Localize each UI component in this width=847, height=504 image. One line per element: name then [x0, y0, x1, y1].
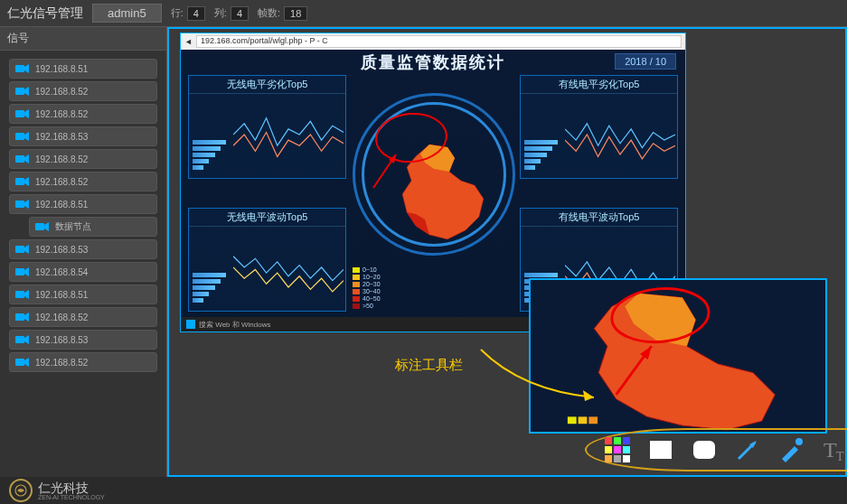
signal-ip: 192.168.8.51	[35, 290, 88, 300]
svg-marker-17	[24, 245, 29, 254]
svg-rect-34	[579, 416, 588, 424]
signal-ip: 192.168.8.51	[35, 64, 88, 74]
panel-bottom-left: 无线电平波动Top5	[188, 208, 346, 312]
rows-control[interactable]: 行: 4	[171, 6, 205, 21]
rectangle-tool-button[interactable]	[643, 434, 679, 466]
svg-rect-10	[15, 178, 24, 185]
camera-icon	[15, 108, 30, 119]
svg-marker-11	[24, 177, 29, 186]
signal-item[interactable]: 192.168.8.52	[9, 352, 157, 372]
camera-icon	[15, 312, 30, 322]
signal-item[interactable]: 192.168.8.52	[9, 81, 157, 101]
panel-top-right: 有线电平劣化Top5	[520, 75, 678, 179]
footer-logo-area: 仁光科技 ZEN-AI TECHNOLOGY	[0, 477, 114, 504]
frames-control[interactable]: 帧数: 18	[258, 6, 307, 21]
company-name: 仁光科技	[38, 481, 105, 494]
arrow-tool-button[interactable]	[729, 434, 766, 466]
svg-rect-2	[15, 88, 24, 95]
cols-control[interactable]: 列: 4	[214, 6, 249, 21]
signal-item[interactable]: 192.168.8.52	[9, 307, 157, 327]
svg-point-57	[15, 485, 26, 496]
text-tool-button[interactable]: TT	[816, 434, 847, 466]
annotation-toolbar: TT	[585, 428, 847, 471]
camera-icon	[15, 86, 30, 97]
svg-rect-4	[15, 110, 24, 117]
svg-marker-9	[24, 154, 29, 163]
windows-start-icon[interactable]	[186, 320, 195, 329]
camera-icon	[15, 199, 30, 210]
signal-ip: 192.168.8.52	[35, 87, 88, 97]
back-icon[interactable]: ◄	[184, 37, 193, 46]
svg-rect-40	[605, 446, 612, 453]
svg-marker-15	[44, 222, 49, 231]
signal-item[interactable]: 192.168.8.52	[9, 104, 157, 124]
toolbar-pointer-arrow	[476, 345, 603, 412]
camera-icon	[15, 244, 30, 255]
svg-marker-7	[24, 132, 29, 141]
signal-item[interactable]: 192.168.8.53	[9, 126, 157, 146]
signal-ip: 192.168.8.53	[35, 245, 88, 255]
svg-rect-45	[623, 455, 630, 462]
company-logo-icon	[9, 479, 33, 502]
app-title: 仁光信号管理	[7, 5, 83, 22]
svg-marker-21	[24, 290, 29, 299]
dashboard-title: 质量监管数据统计	[181, 50, 685, 73]
map-legend: 0~1010~2020~3030~4040~50>50	[353, 266, 381, 310]
main-canvas[interactable]: ◄ 192.168.com/portal/wlgl.php - P - C 质量…	[167, 27, 847, 477]
panel-top-left: 无线电平劣化Top5	[188, 75, 346, 179]
svg-rect-42	[623, 446, 630, 453]
user-display[interactable]: admin5	[92, 4, 162, 23]
signal-item[interactable]: 192.168.8.51	[9, 59, 157, 79]
browser-bar: ◄ 192.168.com/portal/wlgl.php - P - C	[181, 33, 685, 50]
sidebar-heading: 信号	[0, 27, 166, 51]
svg-rect-47	[693, 441, 715, 459]
signal-item[interactable]: 192.168.8.52	[9, 149, 157, 169]
search-placeholder[interactable]: 搜索 Web 和 Windows	[199, 320, 270, 330]
url-bar[interactable]: 192.168.com/portal/wlgl.php - P - C	[196, 35, 682, 48]
signal-list: 192.168.8.51192.168.8.52192.168.8.52192.…	[0, 51, 166, 380]
svg-rect-20	[15, 291, 24, 298]
svg-rect-22	[15, 313, 24, 321]
camera-icon	[15, 63, 30, 74]
signal-item[interactable]: 192.168.8.51	[9, 285, 157, 304]
svg-rect-39	[623, 437, 630, 444]
signal-item[interactable]: 192.168.8.51	[9, 194, 157, 214]
camera-icon	[15, 289, 30, 300]
svg-marker-27	[24, 358, 29, 367]
signal-item[interactable]: 192.168.8.52	[9, 172, 157, 191]
svg-rect-0	[15, 65, 24, 72]
color-picker-button[interactable]	[599, 434, 635, 466]
toolbar-label: 标注工具栏	[395, 357, 463, 374]
company-sub: ZEN-AI TECHNOLOGY	[38, 494, 105, 500]
app-header: 仁光信号管理 admin5 行: 4 列: 4 帧数: 18	[0, 0, 847, 27]
svg-rect-26	[15, 359, 24, 366]
annotation-arrow	[369, 147, 405, 196]
svg-rect-37	[605, 437, 612, 444]
signal-ip: 192.168.8.54	[35, 267, 88, 277]
signal-item[interactable]: 192.168.8.53	[9, 330, 157, 350]
signal-ip: 192.168.8.53	[35, 335, 88, 345]
signal-item[interactable]: 192.168.8.54	[9, 262, 157, 282]
camera-icon	[15, 131, 30, 142]
dashboard-date: 2018 / 10	[615, 53, 676, 70]
svg-rect-38	[614, 437, 621, 444]
svg-marker-13	[24, 200, 29, 209]
signal-ip: 192.168.8.53	[35, 132, 88, 142]
svg-marker-5	[24, 109, 29, 118]
signal-item[interactable]: 192.168.8.53	[9, 239, 157, 259]
signal-sidebar: 信号 192.168.8.51192.168.8.52192.168.8.521…	[0, 27, 167, 477]
svg-rect-44	[614, 455, 621, 462]
svg-marker-19	[24, 267, 29, 276]
rounded-rect-tool-button[interactable]	[686, 434, 722, 466]
svg-rect-46	[650, 441, 672, 459]
svg-marker-3	[24, 87, 29, 96]
signal-item[interactable]: 数据节点	[29, 217, 157, 237]
svg-text:T: T	[823, 438, 837, 462]
brush-tool-button[interactable]	[773, 434, 809, 466]
svg-marker-23	[24, 313, 29, 322]
signal-ip: 192.168.8.52	[35, 177, 88, 187]
signal-ip: 192.168.8.52	[35, 358, 88, 368]
signal-ip: 192.168.8.52	[35, 154, 88, 164]
svg-rect-35	[588, 416, 598, 424]
camera-icon	[15, 334, 30, 345]
